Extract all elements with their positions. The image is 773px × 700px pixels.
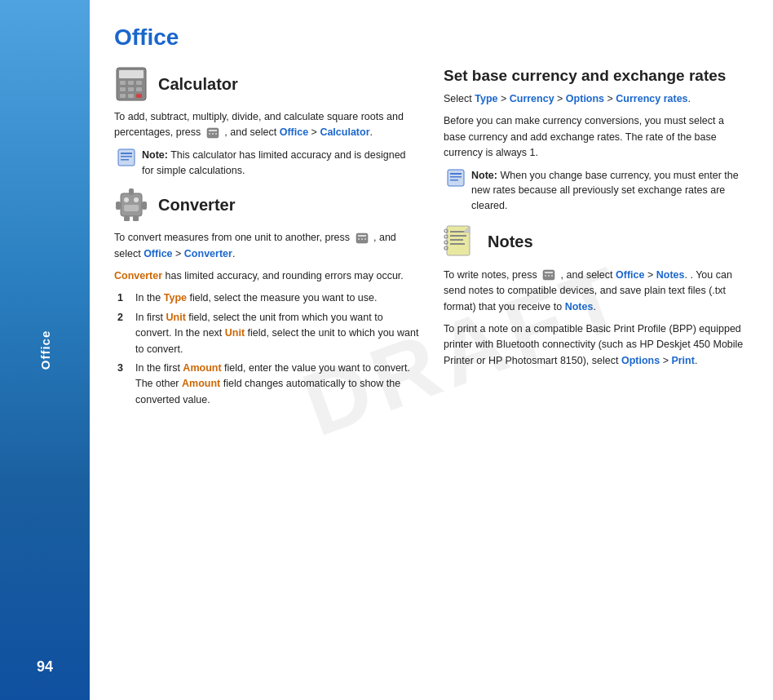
link-amount-2[interactable]: Amount xyxy=(182,378,220,389)
link-notes-main[interactable]: Notes xyxy=(656,269,685,281)
right-column: Set base currency and exchange rates Sel… xyxy=(444,67,749,411)
link-currency-rates[interactable]: Currency rates xyxy=(616,93,687,104)
svg-rect-17 xyxy=(121,153,132,154)
link-type-right[interactable]: Type xyxy=(475,93,497,104)
link-office-calculator[interactable]: Office xyxy=(280,126,308,138)
svg-rect-23 xyxy=(124,205,139,211)
svg-rect-30 xyxy=(358,235,366,237)
two-column-layout: Calculator To add, subtract, multiply, d… xyxy=(114,67,749,411)
converter-body1: To convert measures from one unit to ano… xyxy=(114,230,419,262)
sidebar-label: Office xyxy=(38,330,52,370)
svg-rect-37 xyxy=(450,179,458,181)
svg-rect-16 xyxy=(118,149,135,166)
svg-rect-3 xyxy=(128,81,134,85)
svg-point-51 xyxy=(548,275,550,277)
svg-rect-36 xyxy=(450,176,462,178)
list-item: 2 In first Unit field, select the unit f… xyxy=(117,310,419,357)
currency-body1: Before you can make currency conversions… xyxy=(444,113,749,161)
calculator-note-box: Note: This calculator has limited accura… xyxy=(114,148,419,179)
notes-icon xyxy=(444,225,478,259)
converter-heading: Converter xyxy=(158,196,235,215)
calculator-icon xyxy=(114,67,148,101)
svg-rect-35 xyxy=(450,173,462,175)
svg-point-22 xyxy=(134,197,139,202)
svg-rect-9 xyxy=(128,94,134,98)
calculator-note-icon xyxy=(117,148,135,169)
main-content: DRAFT Office xyxy=(90,0,773,700)
page-number: 94 xyxy=(37,658,53,676)
svg-rect-27 xyxy=(124,216,130,221)
svg-rect-1 xyxy=(119,70,144,78)
svg-point-13 xyxy=(209,133,210,135)
svg-rect-49 xyxy=(545,272,553,273)
link-unit-1[interactable]: Unit xyxy=(166,312,186,323)
currency-note-icon xyxy=(447,169,465,189)
svg-point-31 xyxy=(358,238,360,240)
calculator-note-text: Note: This calculator has limited accura… xyxy=(142,148,419,179)
sidebar: Office 94 xyxy=(0,0,90,700)
svg-rect-26 xyxy=(142,202,147,210)
svg-point-33 xyxy=(364,238,366,240)
link-currency[interactable]: Currency xyxy=(510,93,554,104)
link-converter-main[interactable]: Converter xyxy=(184,248,232,259)
notes-section-heading: Notes xyxy=(444,225,749,259)
calculator-body: To add, subtract, multiply, divide, and … xyxy=(114,109,419,141)
svg-rect-7 xyxy=(136,87,142,91)
svg-rect-8 xyxy=(120,94,126,98)
currency-note-text: Note: When you change base currency, you… xyxy=(471,168,749,214)
svg-rect-42 xyxy=(450,243,465,245)
link-type-1[interactable]: Type xyxy=(164,292,187,303)
svg-point-50 xyxy=(545,275,546,277)
set-base-currency-title: Set base currency and exchange rates xyxy=(444,67,749,85)
svg-rect-28 xyxy=(133,216,139,221)
svg-point-52 xyxy=(551,275,553,277)
svg-rect-25 xyxy=(116,202,121,210)
svg-rect-10 xyxy=(136,94,142,98)
link-amount-1[interactable]: Amount xyxy=(183,362,221,374)
svg-rect-2 xyxy=(120,81,126,85)
svg-rect-41 xyxy=(450,239,463,241)
svg-rect-12 xyxy=(209,130,217,131)
converter-steps-list: 1 In the Type field, select the measure … xyxy=(114,290,419,408)
link-office-notes[interactable]: Office xyxy=(616,269,644,281)
page-title: Office xyxy=(114,24,749,51)
converter-section-heading: Converter xyxy=(114,188,419,222)
calculator-heading: Calculator xyxy=(158,75,238,94)
left-column: Calculator To add, subtract, multiply, d… xyxy=(114,67,419,411)
svg-point-46 xyxy=(444,246,448,250)
svg-rect-24 xyxy=(129,188,134,195)
svg-rect-40 xyxy=(450,235,466,237)
svg-point-45 xyxy=(444,241,448,244)
svg-rect-6 xyxy=(128,87,134,91)
notes-body1: To write notes, press , and select Offic… xyxy=(444,268,749,315)
converter-body2: Converter has limited accuracy, and roun… xyxy=(114,268,419,284)
link-options-print[interactable]: Options xyxy=(621,355,660,366)
notes-heading: Notes xyxy=(488,233,533,251)
link-notes-2[interactable]: Notes xyxy=(565,301,594,312)
list-item: 1 In the Type field, select the measure … xyxy=(117,290,419,306)
list-item: 3 In the first Amount field, enter the v… xyxy=(117,361,419,408)
svg-point-21 xyxy=(124,197,129,202)
svg-rect-19 xyxy=(121,159,129,161)
svg-point-14 xyxy=(212,133,214,135)
notes-body2: To print a note on a compatible Basic Pr… xyxy=(444,321,749,369)
svg-rect-18 xyxy=(121,156,132,157)
link-calculator[interactable]: Calculator xyxy=(320,126,369,138)
svg-rect-34 xyxy=(448,170,464,186)
link-converter-accuracy[interactable]: Converter xyxy=(114,270,162,281)
svg-rect-5 xyxy=(120,87,126,91)
svg-rect-4 xyxy=(136,81,142,85)
svg-point-43 xyxy=(444,229,448,233)
link-unit-2[interactable]: Unit xyxy=(225,327,245,339)
currency-note-box: Note: When you change base currency, you… xyxy=(444,168,749,214)
converter-icon xyxy=(114,188,148,222)
calculator-section-heading: Calculator xyxy=(114,67,419,101)
link-office-converter[interactable]: Office xyxy=(144,248,172,259)
content-wrapper: Office xyxy=(114,24,749,684)
link-options-right[interactable]: Options xyxy=(566,93,604,104)
link-print[interactable]: Print xyxy=(671,355,694,366)
svg-point-32 xyxy=(361,238,363,240)
svg-point-15 xyxy=(215,133,217,135)
svg-point-44 xyxy=(444,235,448,238)
currency-select-text: Select Type > Currency > Options > Curre… xyxy=(444,91,749,107)
